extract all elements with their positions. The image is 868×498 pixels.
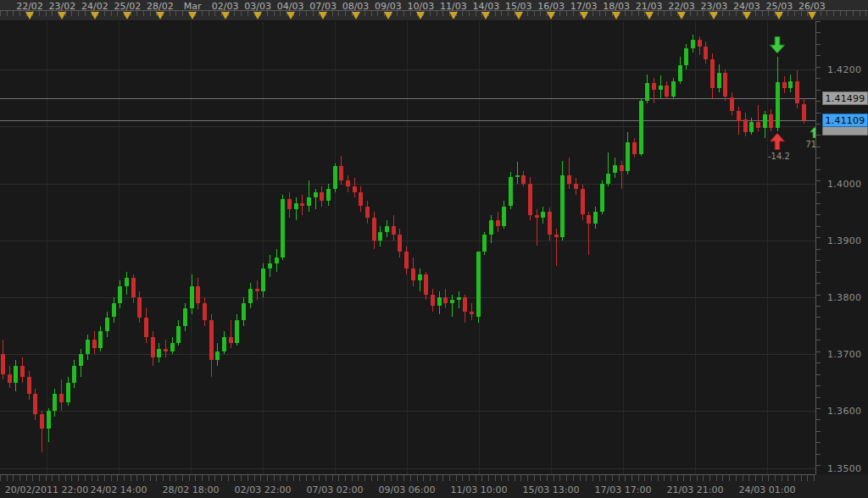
chart-plot-area[interactable]: -14.271.2: [0, 21, 815, 474]
price-level-line[interactable]: [0, 120, 815, 121]
timeline-date-label: 23/03: [701, 1, 728, 12]
vertical-gridline: [551, 21, 552, 474]
price-tick-label: 1.3900: [827, 235, 861, 246]
bull-candle: [659, 86, 663, 90]
bull-candle: [600, 184, 604, 213]
timeline-date-label: 16/03: [537, 1, 565, 12]
bull-candle: [235, 320, 239, 343]
trading-chart-window: 22/0223/0224/0225/0228/02Mar02/0303/0304…: [0, 0, 868, 498]
date-ruler-top[interactable]: 22/0223/0224/0225/0228/02Mar02/0303/0304…: [0, 0, 868, 21]
vertical-gridline: [407, 21, 408, 474]
gold-day-triangle-icon: [775, 12, 783, 19]
timeline-date-label: 03/03: [244, 1, 271, 12]
bear-candle: [795, 81, 799, 104]
price-tick-label: 1.3800: [827, 292, 861, 303]
timeline-date-label: 22/03: [668, 1, 695, 12]
bear-candle: [131, 278, 136, 298]
price-tick-label: 1.3600: [827, 406, 861, 417]
price-level-line[interactable]: [0, 98, 815, 99]
gold-day-triangle-icon: [25, 12, 34, 19]
bear-candle: [255, 289, 259, 291]
timeline-date-label: 25/02: [114, 1, 141, 12]
bear-candle: [710, 59, 715, 88]
bull-candle: [691, 40, 695, 47]
timeline-date-label: 08/03: [342, 1, 370, 12]
vertical-gridline: [695, 21, 696, 474]
bull-candle: [457, 297, 461, 300]
timeline-date-label: 10/03: [408, 1, 435, 12]
bear-candle: [567, 175, 571, 184]
time-axis-label: 24/03 01:00: [739, 484, 796, 495]
bear-candle: [769, 114, 773, 128]
timeline-date-label: 09/03: [375, 1, 402, 12]
bull-candle: [385, 226, 389, 232]
bear-candle: [27, 377, 31, 394]
bull-candle: [79, 354, 83, 365]
bear-candle: [782, 82, 787, 88]
bear-candle: [704, 47, 708, 59]
bull-candle: [307, 197, 311, 206]
bull-candle: [437, 297, 442, 306]
order-price-label: 1.41499: [822, 91, 868, 105]
price-tick-label: 1.4000: [827, 179, 861, 190]
bull-candle: [268, 263, 272, 269]
bull-candle: [125, 278, 129, 286]
timeline-date-label: 23/02: [49, 1, 76, 12]
horizontal-gridline: [0, 354, 815, 355]
gold-day-triangle-icon: [384, 12, 392, 19]
bear-candle: [8, 374, 12, 383]
bear-candle: [411, 268, 415, 279]
timeline-date-label: 04/03: [277, 1, 304, 12]
candle-wick: [296, 197, 297, 220]
price-axis[interactable]: 1.42001.40001.39001.38001.37001.36001.35…: [815, 21, 868, 474]
bull-candle: [176, 326, 181, 343]
bull-candle: [294, 203, 298, 209]
bull-candle: [489, 220, 493, 235]
timeline-date-label: 07/03: [309, 1, 337, 12]
vertical-gridline: [191, 21, 192, 474]
timeline-date-label: 26/03: [798, 1, 826, 12]
bear-candle: [730, 97, 734, 111]
gold-day-triangle-icon: [416, 12, 425, 19]
timeline-date-label: 15/03: [505, 1, 532, 12]
time-ruler-ticks: [0, 474, 815, 481]
bear-candle: [443, 297, 448, 303]
bull-candle: [639, 101, 643, 154]
bear-candle: [554, 235, 559, 237]
bull-candle: [763, 114, 767, 128]
bear-candle: [652, 83, 656, 89]
bull-candle: [378, 232, 382, 241]
gold-day-triangle-icon: [253, 12, 262, 19]
gold-day-triangle-icon: [352, 12, 360, 19]
buy-arrow-icon: [770, 133, 785, 150]
candle-wick: [459, 291, 459, 308]
bear-candle: [365, 207, 370, 218]
bull-candle: [560, 175, 565, 238]
bull-candle: [776, 82, 780, 128]
vertical-gridline: [47, 21, 47, 474]
bull-candle: [541, 212, 545, 218]
gold-day-triangle-icon: [808, 12, 816, 19]
timeline-date-label: 24/02: [81, 1, 108, 12]
bull-candle: [626, 142, 630, 171]
bear-candle: [144, 318, 148, 338]
bear-candle: [587, 215, 591, 224]
bull-candle: [684, 48, 688, 65]
bull-candle: [98, 331, 103, 348]
bear-candle: [287, 199, 292, 208]
bear-candle: [1, 354, 5, 374]
bear-candle: [632, 142, 637, 153]
bear-candle: [470, 312, 474, 314]
gold-day-triangle-icon: [481, 12, 490, 19]
bull-candle: [248, 289, 253, 303]
bear-candle: [802, 104, 806, 121]
bull-candle: [242, 303, 246, 320]
gold-day-triangle-icon: [123, 12, 131, 19]
sell-arrow-icon: [770, 36, 785, 53]
bear-candle: [698, 40, 702, 47]
bear-candle: [723, 73, 727, 97]
time-axis-label: 28/02 18:00: [163, 484, 220, 495]
time-ruler-bottom[interactable]: 20/02/2011 22:0024/02 14:0028/02 18:0002…: [0, 474, 868, 498]
bull-candle: [314, 192, 318, 198]
gold-day-triangle-icon: [580, 12, 588, 19]
